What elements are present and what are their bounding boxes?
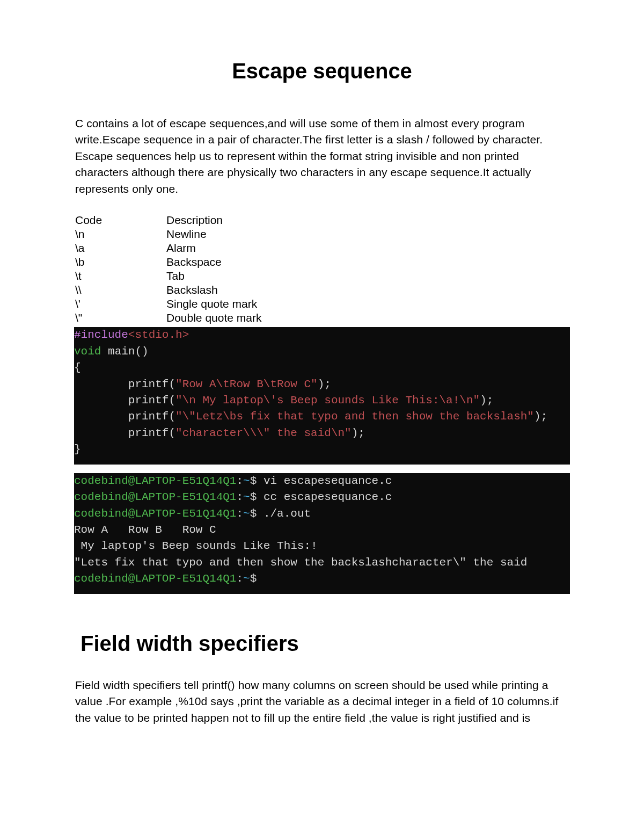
terminal-user: codebind@LAPTOP-E51Q14Q1 <box>74 507 236 520</box>
code-token: printf( <box>74 394 175 407</box>
code-cell: \b <box>75 255 166 269</box>
terminal-command: cc escapesequance.c <box>264 491 392 503</box>
terminal-output: Row A Row B Row C <box>74 524 216 536</box>
code-cell: \n <box>75 227 166 241</box>
desc-cell: Tab <box>166 269 261 283</box>
code-token: <stdio.h> <box>128 329 189 341</box>
desc-cell: Alarm <box>166 241 261 255</box>
code-token: void <box>74 345 101 358</box>
code-token: "Row A\tRow B\tRow C" <box>175 378 318 390</box>
code-token: } <box>74 443 81 455</box>
table-row: \\ Backslash <box>75 283 261 297</box>
heading-escape-sequence: Escape sequence <box>75 59 569 83</box>
desc-cell: Double quote mark <box>166 311 261 325</box>
code-cell: \a <box>75 241 166 255</box>
code-token: printf( <box>74 378 175 390</box>
paragraph-escape-intro: C contains a lot of escape sequences,and… <box>75 115 569 197</box>
terminal-path: ~ <box>243 507 250 520</box>
table-row: \b Backspace <box>75 255 261 269</box>
code-cell: \" <box>75 311 166 325</box>
code-token: "\n My laptop\'s Beep sounds Like This:\… <box>175 394 480 407</box>
escape-codes-table: Code Description \n Newline \a Alarm \b … <box>75 213 261 325</box>
desc-cell: Single quote mark <box>166 297 261 311</box>
terminal-path: ~ <box>243 572 250 585</box>
terminal-output: My laptop's Beep sounds Like This:! <box>74 540 318 552</box>
desc-cell: Backspace <box>166 255 261 269</box>
table-row: \' Single quote mark <box>75 297 261 311</box>
paragraph-field-width: Field width specifiers tell printf() how… <box>75 677 569 726</box>
heading-field-width: Field width specifiers <box>80 632 569 656</box>
code-cell: \t <box>75 269 166 283</box>
code-cell: \' <box>75 297 166 311</box>
desc-cell: Backslash <box>166 283 261 297</box>
terminal-block: codebind@LAPTOP-E51Q14Q1:~$ vi escapeseq… <box>74 473 570 594</box>
terminal-output: "Lets fix that typo and then show the ba… <box>74 556 527 569</box>
terminal-path: ~ <box>243 491 250 503</box>
terminal-path: ~ <box>243 475 250 487</box>
table-row: Code Description <box>75 213 261 227</box>
document-page: Escape sequence C contains a lot of esca… <box>0 0 644 774</box>
terminal-user: codebind@LAPTOP-E51Q14Q1 <box>74 491 236 503</box>
code-token: #include <box>74 329 128 341</box>
code-token: { <box>74 361 81 374</box>
table-row: \n Newline <box>75 227 261 241</box>
table-row: \t Tab <box>75 269 261 283</box>
code-token: ); <box>318 378 331 390</box>
code-token: "\"Letz\bs fix that typo and then show t… <box>175 410 534 423</box>
table-header-description: Description <box>166 213 261 227</box>
code-token: ); <box>480 394 493 407</box>
terminal-command: ./a.out <box>264 507 311 520</box>
code-token: main() <box>101 345 148 358</box>
code-token: "character\\\" the said\n" <box>175 427 352 439</box>
terminal-command: vi escapesequance.c <box>264 475 392 487</box>
code-token: ); <box>534 410 547 423</box>
table-header-code: Code <box>75 213 166 227</box>
terminal-user: codebind@LAPTOP-E51Q14Q1 <box>74 475 236 487</box>
code-editor-block: #include<stdio.h> void main() { printf("… <box>74 327 570 465</box>
table-row: \" Double quote mark <box>75 311 261 325</box>
code-token: printf( <box>74 410 175 423</box>
desc-cell: Newline <box>166 227 261 241</box>
code-token: ); <box>352 427 365 439</box>
code-token: printf( <box>74 427 175 439</box>
terminal-user: codebind@LAPTOP-E51Q14Q1 <box>74 572 236 585</box>
code-cell: \\ <box>75 283 166 297</box>
table-row: \a Alarm <box>75 241 261 255</box>
